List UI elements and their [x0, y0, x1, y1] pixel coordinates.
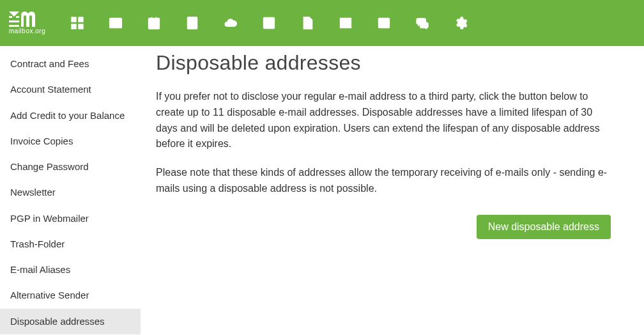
brand-name: mailbox.org: [9, 28, 45, 35]
content-area: Disposable addresses If you prefer not t…: [141, 46, 626, 335]
sidebar-item-label: Disposable addresses: [10, 316, 105, 327]
sidebar-item-label: Alternative Sender: [10, 290, 89, 300]
sidebar-item-email-aliases[interactable]: E-mail Aliases: [0, 257, 141, 283]
page-title: Disposable addresses: [156, 51, 611, 75]
svg-marker-0: [9, 12, 19, 17]
sidebar-item-label: Account Statement: [10, 84, 91, 95]
sidebar-item-label: PGP in Webmailer: [10, 213, 89, 224]
new-disposable-address-button[interactable]: New disposable address: [477, 215, 611, 239]
sidebar-item-contract-fees[interactable]: Contract and Fees: [0, 51, 141, 77]
sidebar-item-label: E-mail Aliases: [10, 264, 70, 275]
sidebar-item-label: Trash-Folder: [10, 238, 65, 249]
nav-icons: [58, 4, 480, 42]
svg-rect-1: [9, 16, 12, 18]
topbar: mailbox.org: [0, 0, 644, 46]
sidebar-item-add-credit[interactable]: Add Credit to your Balance: [0, 103, 141, 129]
sidebar-item-label: Invoice Copies: [10, 136, 73, 146]
brand-logo[interactable]: mailbox.org: [9, 12, 45, 35]
svg-rect-6: [79, 17, 83, 22]
documents-icon[interactable]: [288, 4, 326, 42]
sidebar-item-invoice-copies[interactable]: Invoice Copies: [0, 129, 141, 154]
svg-rect-5: [72, 17, 76, 22]
button-row: New disposable address: [156, 215, 611, 239]
logo-mark: [9, 12, 36, 27]
sidebar-item-account-statement[interactable]: Account Statement: [0, 77, 141, 102]
contacts-icon[interactable]: [173, 4, 211, 42]
svg-rect-3: [9, 20, 19, 22]
sidebar-item-disposable-addresses[interactable]: Disposable addresses: [0, 309, 141, 334]
cloud-icon[interactable]: [211, 4, 250, 42]
sidebar-item-newsletter[interactable]: Newsletter: [0, 180, 141, 205]
sidebar-item-pgp-webmailer[interactable]: PGP in Webmailer: [0, 206, 141, 231]
svg-rect-4: [9, 25, 19, 27]
sidebar-item-label: Change Password: [10, 161, 89, 172]
svg-rect-10: [149, 19, 160, 29]
sidebar-item-alternative-sender[interactable]: Alternative Sender: [0, 283, 141, 308]
sidebar-item-label: Add Credit to your Balance: [10, 110, 125, 121]
calendar-icon[interactable]: [135, 4, 173, 42]
mail-icon[interactable]: [96, 4, 135, 42]
sidebar-item-label: Newsletter: [10, 187, 56, 198]
sidebar: Contract and Fees Account Statement Add …: [0, 46, 141, 335]
chat-icon[interactable]: [403, 4, 441, 42]
main-area: Contract and Fees Account Statement Add …: [0, 46, 644, 335]
svg-rect-8: [79, 24, 83, 29]
dashboard-icon[interactable]: [58, 4, 96, 42]
spreadsheet-icon[interactable]: [326, 4, 365, 42]
sidebar-item-trash-folder[interactable]: Trash-Folder: [0, 231, 141, 257]
svg-rect-25: [341, 19, 351, 28]
intro-paragraph-1: If you prefer not to disclose your regul…: [156, 89, 611, 152]
sidebar-item-label: Contract and Fees: [10, 58, 89, 69]
sidebar-item-change-password[interactable]: Change Password: [0, 154, 141, 180]
svg-rect-2: [16, 16, 19, 18]
svg-rect-7: [72, 24, 76, 29]
svg-point-21: [190, 20, 194, 24]
news-icon[interactable]: [365, 4, 403, 42]
tasks-icon[interactable]: [250, 4, 288, 42]
intro-paragraph-2: Please note that these kinds of addresse…: [156, 165, 611, 197]
settings-icon[interactable]: [441, 4, 480, 42]
